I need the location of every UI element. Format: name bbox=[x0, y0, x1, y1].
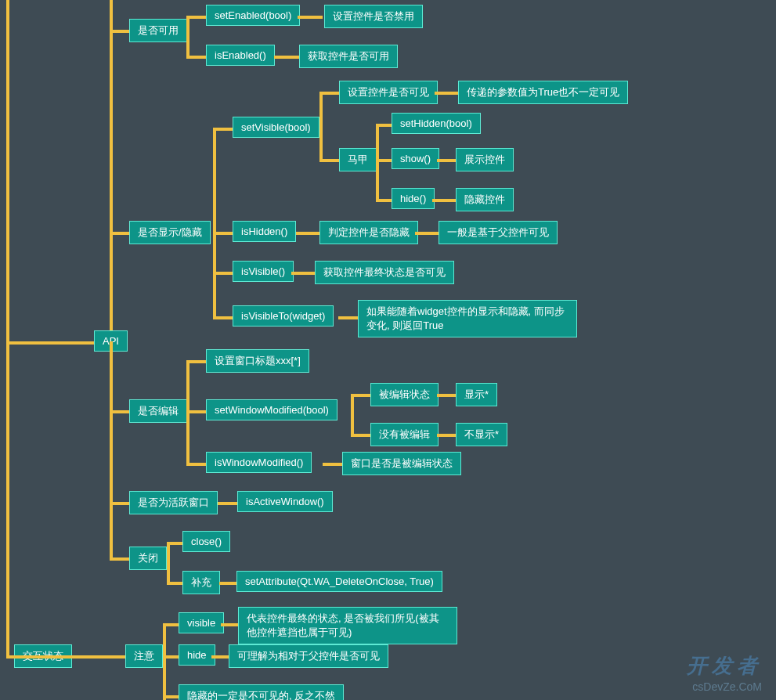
conn bbox=[319, 92, 339, 95]
node-hide-note: 隐藏控件 bbox=[456, 188, 514, 211]
node-ishidden-n2: 一般是基于父控件可见 bbox=[439, 221, 558, 244]
node-setenabled-note: 设置控件是否禁用 bbox=[324, 5, 423, 28]
conn bbox=[163, 623, 166, 700]
conn bbox=[338, 316, 358, 319]
conn bbox=[211, 655, 229, 659]
conn bbox=[213, 128, 216, 319]
node-isvisible-n: 获取控件最终状态是否可见 bbox=[315, 261, 454, 284]
conn bbox=[437, 394, 456, 397]
node-isactivewin: isActiveWindow() bbox=[237, 491, 333, 512]
node-setwinmod: setWindowModified(bool) bbox=[206, 399, 337, 420]
node-edited: 被编辑状态 bbox=[370, 383, 439, 406]
conn bbox=[186, 16, 206, 19]
conn bbox=[110, 232, 129, 235]
node-hide-k-n: 可理解为相对于父控件是否可见 bbox=[229, 644, 388, 668]
node-isvisible: isVisible() bbox=[233, 261, 294, 282]
conn bbox=[186, 463, 206, 466]
conn bbox=[376, 199, 392, 202]
node-notedited: 没有被编辑 bbox=[370, 423, 439, 446]
node-setenabled: setEnabled(bool) bbox=[206, 5, 300, 26]
node-settitle: 设置窗口标题xxx[*] bbox=[206, 349, 309, 373]
node-active-section: 是否为活跃窗口 bbox=[129, 491, 218, 514]
watermark-small: csDevZe.CoM bbox=[687, 680, 762, 694]
node-hide-k: hide bbox=[179, 644, 215, 666]
node-supplement: 补充 bbox=[182, 571, 220, 594]
node-isvisibleto-n: 如果能随着widget控件的显示和隐藏, 而同步变化, 则返回True bbox=[358, 300, 577, 337]
conn-usable bbox=[110, 30, 129, 33]
conn bbox=[186, 360, 206, 363]
conn bbox=[376, 124, 392, 127]
conn bbox=[167, 582, 182, 585]
node-show: show() bbox=[392, 148, 439, 169]
conn bbox=[163, 655, 179, 659]
node-setvisible: setVisible(bool) bbox=[233, 117, 319, 138]
conn bbox=[213, 128, 233, 131]
node-visible-n: 代表控件最终的状态, 是否被我们所见(被其他控件遮挡也属于可见) bbox=[238, 607, 457, 644]
node-setvisible-n2: 传递的参数值为True也不一定可见 bbox=[458, 81, 628, 104]
conn bbox=[298, 16, 323, 19]
node-edit-section: 是否编辑 bbox=[129, 399, 187, 423]
conn bbox=[163, 623, 179, 626]
conn bbox=[219, 582, 236, 585]
conn-api-v bbox=[110, 0, 113, 343]
conn bbox=[167, 542, 170, 585]
node-visible-section: 是否显示/隐藏 bbox=[129, 221, 211, 244]
node-usable: 是否可用 bbox=[129, 19, 187, 42]
conn bbox=[110, 502, 129, 505]
conn-api-h bbox=[6, 341, 94, 345]
conn bbox=[437, 159, 456, 162]
node-ishidden: isHidden() bbox=[233, 221, 296, 242]
conn bbox=[291, 272, 315, 275]
node-isenabled-note: 获取控件是否可用 bbox=[299, 45, 398, 68]
conn bbox=[213, 272, 233, 275]
node-close: close() bbox=[182, 531, 230, 552]
conn bbox=[432, 199, 456, 202]
conn bbox=[319, 92, 323, 162]
node-isenabled: isEnabled() bbox=[206, 45, 275, 66]
conn bbox=[319, 159, 339, 162]
node-show-note: 展示控件 bbox=[456, 148, 514, 171]
conn bbox=[213, 316, 233, 319]
node-setvisible-n1: 设置控件是否可见 bbox=[339, 81, 438, 104]
conn-root-v bbox=[6, 0, 9, 656]
conn bbox=[351, 394, 370, 397]
conn bbox=[186, 16, 189, 59]
node-notedited-n: 不显示* bbox=[456, 423, 507, 446]
conn bbox=[221, 623, 238, 626]
conn bbox=[437, 434, 456, 437]
conn bbox=[415, 232, 439, 235]
conn bbox=[186, 56, 206, 59]
watermark-big: 开发者 bbox=[687, 653, 762, 680]
conn bbox=[351, 434, 370, 437]
node-ishidden-n1: 判定控件是否隐藏 bbox=[319, 221, 418, 244]
node-sethidden: setHidden(bool) bbox=[392, 113, 481, 134]
conn bbox=[213, 232, 233, 235]
node-visible: visible bbox=[179, 612, 224, 633]
node-close-section: 关闭 bbox=[129, 547, 167, 570]
conn bbox=[323, 463, 342, 466]
conn bbox=[6, 655, 125, 659]
conn bbox=[376, 124, 379, 202]
conn bbox=[163, 695, 179, 698]
conn bbox=[274, 56, 299, 59]
node-notice: 注意 bbox=[125, 644, 163, 668]
node-iswinmod: isWindowModified() bbox=[206, 452, 312, 473]
watermark: 开发者 csDevZe.CoM bbox=[687, 653, 762, 694]
conn bbox=[376, 159, 392, 162]
conn bbox=[218, 502, 237, 505]
node-alias: 马甲 bbox=[339, 148, 377, 171]
conn bbox=[186, 410, 206, 413]
node-setattr: setAttribute(Qt.WA_DeleteOnClose, True) bbox=[236, 571, 442, 592]
conn bbox=[110, 341, 113, 561]
node-iswinmod-n: 窗口是否是被编辑状态 bbox=[342, 452, 461, 475]
node-hide: hide() bbox=[392, 188, 435, 209]
node-hidden-final: 隐藏的一定是不可见的, 反之不然 bbox=[179, 684, 344, 700]
conn bbox=[296, 232, 319, 235]
node-edited-n: 显示* bbox=[456, 383, 497, 406]
conn bbox=[167, 542, 182, 545]
node-isvisibleto: isVisibleTo(widget) bbox=[233, 305, 334, 327]
conn bbox=[435, 92, 458, 95]
conn bbox=[351, 394, 354, 437]
conn bbox=[110, 557, 129, 561]
